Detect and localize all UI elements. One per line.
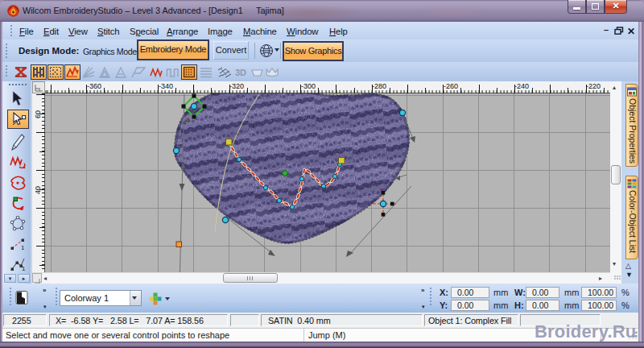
- svg-text:1: 1: [22, 265, 26, 272]
- svg-text:1: 1: [21, 244, 25, 251]
